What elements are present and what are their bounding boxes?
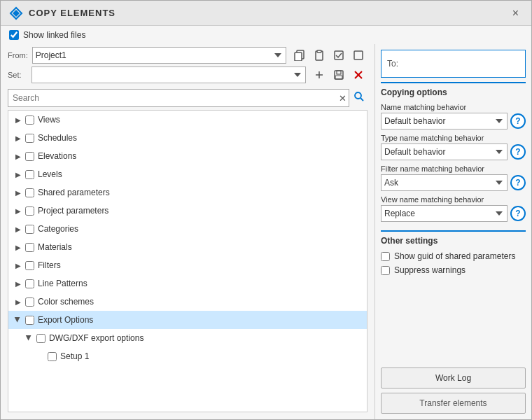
tree-item-line-patterns[interactable]: ▶ Line Patterns (8, 274, 367, 293)
save-icon (333, 69, 344, 80)
search-input[interactable] (8, 89, 349, 107)
paste-from-btn[interactable] (310, 47, 328, 64)
checkbox-export-options[interactable] (25, 316, 34, 325)
add-set-btn[interactable] (310, 66, 328, 83)
checkbox-elevations[interactable] (25, 152, 34, 161)
checkbox-setup1[interactable] (48, 352, 57, 361)
delete-icon (353, 69, 364, 80)
label-dwg-dxf: DWG/DXF export options (49, 333, 144, 343)
tree-container[interactable]: ▶ Views ▶ Schedules ▶ Elevations (8, 110, 368, 412)
tree-item-categories[interactable]: ▶ Categories (8, 220, 367, 238)
copy-from-btn[interactable] (290, 47, 309, 64)
chevron-export-options: ▶ (13, 314, 24, 326)
chevron-line-patterns: ▶ (13, 278, 24, 289)
chevron-color-schemes: ▶ (13, 296, 24, 307)
chevron-project-params: ▶ (13, 205, 24, 216)
transfer-elements-button[interactable]: Transfer elements (381, 393, 526, 414)
copying-options-title: Copying options (381, 88, 526, 97)
tree-item-export-options[interactable]: ▶ Export Options (8, 311, 367, 329)
checkbox-line-patterns[interactable] (25, 279, 34, 288)
name-matching-help[interactable]: ? (510, 113, 526, 129)
show-guid-row: Show guid of shared parameters (381, 251, 526, 261)
suppress-warnings-row: Suppress warnings (381, 265, 526, 275)
tree-item-schedules[interactable]: ▶ Schedules (8, 129, 367, 147)
checkbox-project-params[interactable] (25, 206, 34, 216)
tree-item-dwg-dxf[interactable]: ▶ DWG/DXF export options (8, 329, 367, 347)
svg-line-14 (360, 98, 363, 101)
label-filters: Filters (38, 260, 61, 270)
check-from-btn[interactable] (330, 47, 348, 64)
checkbox-filters[interactable] (25, 261, 34, 270)
save-set-btn[interactable] (330, 66, 348, 83)
show-guid-checkbox[interactable] (381, 252, 390, 261)
set-toolbar (310, 66, 368, 83)
suppress-warnings-checkbox[interactable] (381, 266, 390, 275)
set-select[interactable] (31, 66, 306, 83)
copy-icon (294, 50, 305, 61)
delete-set-btn[interactable] (349, 66, 368, 83)
tree-item-materials[interactable]: ▶ Materials (8, 238, 367, 256)
chevron-levels: ▶ (13, 169, 24, 180)
checkbox-schedules[interactable] (25, 134, 34, 143)
filter-name-matching-select-row: Ask ? (381, 174, 526, 191)
main-content: From: Project1 (1, 44, 531, 419)
chevron-materials: ▶ (13, 241, 24, 253)
title-bar: COPY ELEMENTS × (1, 1, 531, 26)
from-row: From: Project1 (1, 44, 374, 65)
work-log-button[interactable]: Work Log (381, 368, 526, 388)
app-logo (9, 6, 23, 20)
from-select[interactable]: Project1 (32, 47, 286, 64)
chevron-shared-params: ▶ (13, 187, 24, 198)
checkbox-materials[interactable] (25, 243, 34, 252)
set-row: Set: (1, 65, 374, 86)
checkbox-color-schemes[interactable] (25, 298, 34, 307)
search-icon (354, 91, 365, 102)
tree-item-elevations[interactable]: ▶ Elevations (8, 147, 367, 165)
square-icon (353, 50, 364, 61)
tree-item-project-params[interactable]: ▶ Project parameters (8, 202, 367, 220)
filter-name-matching-select[interactable]: Ask (381, 174, 507, 191)
view-name-matching-help[interactable]: ? (510, 206, 526, 221)
label-levels: Levels (38, 169, 62, 179)
view-name-matching-select-row: Replace ? (381, 205, 526, 222)
svg-rect-8 (335, 71, 343, 79)
view-name-matching-label: View name matching behavior (381, 195, 526, 204)
label-line-patterns: Line Patterns (38, 279, 88, 288)
view-name-matching-select[interactable]: Replace (381, 205, 507, 222)
type-name-matching-select[interactable]: Default behavior (381, 144, 507, 160)
checkbox-dwg-dxf[interactable] (36, 334, 46, 343)
search-button[interactable] (351, 91, 368, 105)
tree-item-views[interactable]: ▶ Views (8, 111, 367, 129)
tree-item-shared-params[interactable]: ▶ Shared parameters (8, 183, 367, 202)
checkbox-levels[interactable] (25, 170, 34, 179)
label-views: Views (38, 115, 60, 125)
tree-item-filters[interactable]: ▶ Filters (8, 256, 367, 274)
square-from-btn[interactable] (349, 47, 368, 64)
tree-item-color-schemes[interactable]: ▶ Color schemes (8, 293, 367, 311)
checkbox-categories[interactable] (25, 225, 34, 234)
show-linked-checkbox[interactable] (9, 30, 19, 40)
other-settings-title: Other settings (381, 236, 526, 246)
tree-item-levels[interactable]: ▶ Levels (8, 165, 367, 183)
name-matching-select[interactable]: Default behavior (381, 113, 507, 130)
type-name-matching-row: Type name matching behavior Default beha… (381, 134, 526, 160)
type-name-matching-help[interactable]: ? (510, 144, 526, 160)
label-categories: Categories (38, 224, 78, 234)
search-clear-btn[interactable]: ✕ (339, 94, 346, 103)
tree-item-setup1[interactable]: ▶ Setup 1 (8, 347, 367, 365)
filter-name-matching-help[interactable]: ? (510, 175, 526, 190)
close-button[interactable]: × (508, 6, 523, 21)
chevron-elevations: ▶ (13, 150, 24, 162)
name-matching-row: Name matching behavior Default behavior … (381, 103, 526, 130)
label-color-schemes: Color schemes (38, 297, 94, 307)
checkbox-shared-params[interactable] (25, 188, 34, 197)
name-matching-select-row: Default behavior ? (381, 113, 526, 130)
other-settings-section: Other settings Show guid of shared param… (381, 230, 526, 363)
set-label: Set: (8, 71, 27, 79)
checkbox-views[interactable] (25, 115, 34, 125)
chevron-views: ▶ (13, 114, 24, 125)
type-name-matching-label: Type name matching behavior (381, 134, 526, 142)
type-name-matching-select-row: Default behavior ? (381, 144, 526, 160)
svg-rect-1 (295, 52, 302, 61)
right-panel: To: Copying options Name matching behavi… (375, 44, 531, 419)
